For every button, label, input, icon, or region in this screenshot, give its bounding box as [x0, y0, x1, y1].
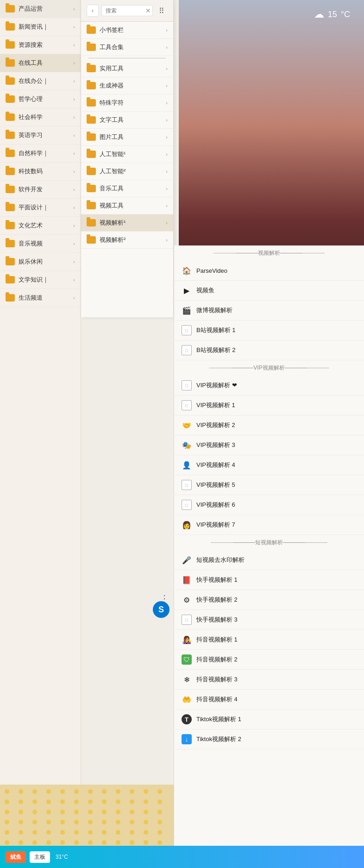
mid-folder-icon-6 — [87, 116, 96, 124]
sidebar-item-10[interactable]: 软件开发› — [0, 181, 81, 199]
short-item-9[interactable]: ↓Tiktok视频解析 2 — [174, 730, 364, 749]
vip-item-4[interactable]: 👤VIP视频解析 4 — [174, 455, 364, 475]
chevron-right-icon-11: › — [73, 205, 75, 210]
sidebar-item-2[interactable]: 资源搜索› — [0, 36, 81, 54]
sidebar-item-label-13: 音乐视频 — [19, 239, 69, 248]
short-item-1[interactable]: 📕快手视频解析 1 — [174, 570, 364, 590]
chevron-right-icon-3: › — [73, 60, 75, 66]
folder-icon-13 — [6, 240, 15, 247]
mid-folder-icon-3 — [87, 65, 96, 72]
mid-chevron-8: › — [166, 151, 168, 157]
sidebar-item-8[interactable]: 自然科学｜› — [0, 145, 81, 163]
mid-item-label-12: 视频解析¹ — [100, 219, 162, 227]
mid-item-9[interactable]: 人工智能²› — [81, 163, 173, 180]
short-item-2[interactable]: ⚙快手视频解析 2 — [174, 590, 364, 610]
sidebar-item-7[interactable]: 英语学习› — [0, 126, 81, 145]
vip-item-7[interactable]: 👩VIP视频解析 7 — [174, 515, 364, 535]
sidebar-item-13[interactable]: 音乐视频› — [0, 235, 81, 253]
mid-item-7[interactable]: 图片工具› — [81, 129, 173, 146]
section-divider: ————视频解析———— — [174, 245, 364, 261]
vip-item-5[interactable]: □VIP视频解析 5 — [174, 475, 364, 495]
mid-folder-icon-12 — [87, 219, 96, 226]
taskbar-fish-item[interactable]: 鱿鱼 — [6, 851, 26, 863]
mid-item-0[interactable]: 小书签栏› — [81, 22, 173, 39]
more-dots-button[interactable]: ⋮ — [160, 593, 169, 604]
sidebar-item-15[interactable]: 文学知识｜› — [0, 271, 81, 289]
sidebar-item-12[interactable]: 文化艺术› — [0, 217, 81, 235]
mid-item-5[interactable]: 特殊字符› — [81, 94, 173, 112]
sidebar-item-14[interactable]: 娱乐休闲› — [0, 253, 81, 271]
short-label-6: 抖音视频解析 3 — [196, 675, 238, 684]
mid-folder-icon-0 — [87, 26, 96, 34]
video-item-4[interactable]: □B站视频解析 2 — [174, 340, 364, 360]
sidebar-item-4[interactable]: 在线办公｜› — [0, 72, 81, 90]
vip-item-3[interactable]: 🎭VIP视频解析 3 — [174, 435, 364, 455]
mid-folder-icon-1 — [87, 44, 96, 51]
mid-item-3[interactable]: 实用工具› — [81, 60, 173, 77]
mid-chevron-10: › — [166, 186, 168, 191]
chevron-right-icon-4: › — [73, 78, 75, 84]
grid-button[interactable]: ⠿ — [156, 5, 168, 17]
short-item-8[interactable]: TTiktok视频解析 1 — [174, 710, 364, 730]
mid-item-label-0: 小书签栏 — [100, 26, 162, 34]
short-icon-3: □ — [182, 615, 192, 625]
mid-item-label-5: 特殊字符 — [100, 99, 162, 107]
sidebar-item-9[interactable]: 科技数码› — [0, 163, 81, 181]
sidebar-item-1[interactable]: 新闻资讯｜› — [0, 18, 81, 36]
short-item-7[interactable]: 🤲抖音视频解析 4 — [174, 690, 364, 710]
mid-chevron-5: › — [166, 100, 168, 106]
vip-label-1: VIP视频解析 1 — [196, 401, 235, 409]
video-item-0[interactable]: 🏠ParseVideo — [174, 261, 364, 281]
mid-item-12[interactable]: 视频解析¹› — [81, 214, 173, 232]
short-item-0[interactable]: 🎤短视频去水印解析 — [174, 550, 364, 570]
chevron-right-icon-13: › — [73, 241, 75, 246]
short-item-3[interactable]: □快手视频解析 3 — [174, 610, 364, 630]
vip-item-1[interactable]: □VIP视频解析 1 — [174, 396, 364, 415]
video-icon-4: □ — [182, 345, 192, 355]
sidebar-item-label-10: 软件开发 — [19, 185, 69, 194]
video-item-3[interactable]: □B站视频解析 1 — [174, 321, 364, 340]
short-item-6[interactable]: ❄抖音视频解析 3 — [174, 670, 364, 690]
short-item-5[interactable]: 🛡抖音视频解析 2 — [174, 650, 364, 670]
vip-item-6[interactable]: □VIP视频解析 6 — [174, 495, 364, 515]
vip-icon-0: □ — [182, 380, 192, 390]
mid-folder-icon-7 — [87, 133, 96, 141]
video-item-2[interactable]: 🎬微博视频解析 — [174, 301, 364, 321]
sidebar-item-16[interactable]: 生活频道› — [0, 289, 81, 307]
vip-item-0[interactable]: □VIP视频解析 ❤ — [174, 376, 364, 396]
sidebar-item-5[interactable]: 哲学心理› — [0, 90, 81, 108]
chevron-right-icon-6: › — [73, 114, 75, 120]
search-close-icon[interactable]: ✕ — [145, 7, 151, 14]
mid-item-4[interactable]: 生成神器› — [81, 77, 173, 94]
sidebar-item-6[interactable]: 社会科学› — [0, 108, 81, 126]
mid-item-10[interactable]: 音乐工具› — [81, 180, 173, 197]
mid-item-8[interactable]: 人工智能¹› — [81, 146, 173, 163]
sidebar-item-label-12: 文化艺术 — [19, 221, 69, 230]
sidebar-item-3[interactable]: 在线工具› — [0, 54, 81, 72]
cloud-icon: ☁ — [314, 8, 324, 20]
short-icon-1: 📕 — [182, 575, 192, 585]
mid-folder-icon-10 — [87, 185, 96, 192]
chevron-right-icon-10: › — [73, 187, 75, 192]
taskbar-home-item[interactable]: 主板 — [30, 851, 50, 863]
mid-chevron-0: › — [166, 27, 168, 33]
mid-item-label-4: 生成神器 — [100, 82, 162, 90]
sidebar-item-0[interactable]: 产品运营› — [0, 0, 81, 18]
back-button[interactable]: ‹ — [87, 5, 99, 17]
vip-label-0: VIP视频解析 ❤ — [196, 381, 237, 390]
mid-item-6[interactable]: 文字工具› — [81, 112, 173, 129]
mid-folder-icon-11 — [87, 202, 96, 209]
mid-chevron-13: › — [166, 237, 168, 243]
sidebar-item-label-14: 娱乐休闲 — [19, 258, 69, 266]
mid-item-13[interactable]: 视频解析²› — [81, 232, 173, 249]
short-item-4[interactable]: 👩‍🎤抖音视频解析 1 — [174, 630, 364, 650]
vip-item-2[interactable]: 🤝VIP视频解析 2 — [174, 415, 364, 435]
search-box: ✕ — [101, 5, 153, 16]
vip-label-5: VIP视频解析 5 — [196, 481, 235, 489]
mid-item-11[interactable]: 视频工具› — [81, 197, 173, 214]
vip-icon-2: 🤝 — [182, 420, 192, 430]
mid-item-1[interactable]: 工具合集› — [81, 39, 173, 56]
video-item-1[interactable]: ▶视频鱼 — [174, 281, 364, 301]
mid-folder-icon-5 — [87, 99, 96, 107]
sidebar-item-11[interactable]: 平面设计｜› — [0, 199, 81, 217]
